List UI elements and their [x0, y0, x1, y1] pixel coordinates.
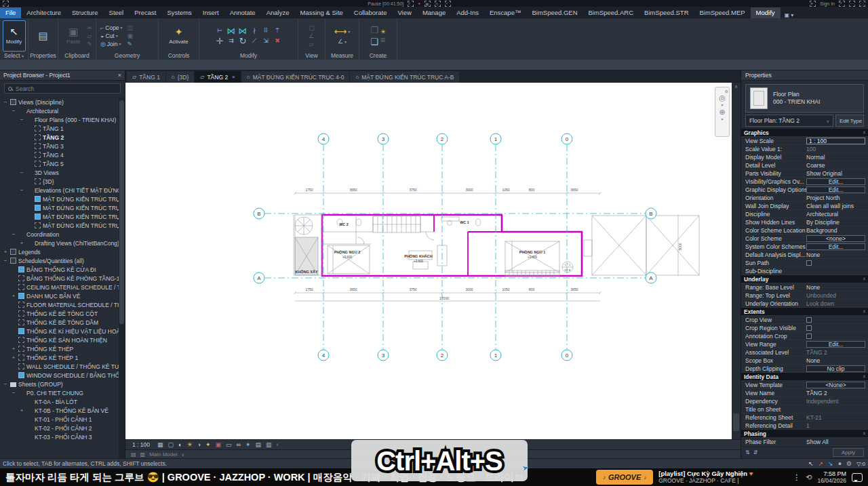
keyboard-icon[interactable]: ▤ — [131, 451, 136, 458]
maximize-icon[interactable]: ▢ — [859, 1, 865, 7]
view-tab-m-t-ng-ki-n-tr-c-tr-c-4-0[interactable]: ⌂MẶT ĐỨNG KIẾN TRÚC TRỤC 4-0 — [241, 71, 350, 83]
paste-button[interactable]: ▣ Paste — [62, 20, 85, 52]
tree-item[interactable]: −Schedules/Quantities (all) — [0, 256, 119, 265]
view-tab-t-ng-2[interactable]: ▱TẦNG 2× — [195, 71, 241, 83]
tree-expander-icon[interactable]: + — [11, 293, 16, 299]
ribbon-tab-precast[interactable]: Precast — [129, 7, 161, 18]
sign-in-link[interactable]: Sign In — [820, 1, 835, 6]
chat-icon[interactable] — [852, 473, 863, 482]
tree-item[interactable]: −P0. CHI TIET CHUNG — [0, 388, 119, 397]
browser-scrollbar[interactable] — [119, 98, 125, 458]
temporary-hide-icon[interactable]: ∞ — [237, 441, 241, 448]
search-input[interactable]: Search — [4, 83, 121, 94]
property-button[interactable]: Edit... — [806, 178, 865, 185]
panel-label[interactable]: Select — [4, 52, 20, 59]
scale-icon[interactable]: ⇲ — [263, 37, 269, 44]
move-icon[interactable]: ✛ — [216, 36, 224, 46]
close-icon[interactable]: × — [118, 72, 121, 79]
cut-to-clipboard-icon[interactable]: ✂ — [87, 24, 92, 31]
ribbon-tab-bimspeed-mep[interactable]: BimSpeed.MEP — [694, 7, 751, 18]
tree-expander-icon[interactable]: + — [11, 355, 16, 361]
property-button[interactable]: Edit... — [806, 186, 865, 193]
tree-item[interactable]: −Coordination — [0, 230, 119, 239]
property-section-graphics[interactable]: Graphics« — [741, 129, 868, 137]
collapse-icon[interactable]: « — [861, 375, 867, 378]
apply-button[interactable]: Apply — [833, 448, 864, 457]
tree-expander-icon[interactable]: − — [19, 187, 24, 193]
tree-item[interactable]: TẦNG 4 — [0, 150, 119, 159]
navigation-bar[interactable]: ⚙ ◎ ▾ ⊕ ▾ — [715, 87, 730, 137]
angle-dimension-icon[interactable]: ∠ — [338, 38, 343, 45]
ribbon-tab-add-ins[interactable]: Add-Ins — [451, 7, 484, 18]
collapse-icon[interactable]: « — [861, 277, 867, 280]
edit-type-button[interactable]: Edit Type — [835, 115, 864, 127]
tree-item[interactable]: KT-02 - PHỐI CẢNH 2 — [0, 424, 119, 432]
more-options-icon[interactable]: ⋮ — [793, 473, 800, 482]
tree-item[interactable]: KT-01 - PHỐI CẢNH 1 — [0, 415, 119, 424]
property-section-phasing[interactable]: Phasing« — [741, 430, 868, 438]
view-icon-3[interactable]: ▱ — [309, 41, 315, 47]
property-section-underlay[interactable]: Underlay« — [741, 275, 868, 283]
tree-expander-icon[interactable]: − — [3, 258, 8, 264]
history-icon[interactable]: ⟲ — [806, 473, 812, 482]
tree-item[interactable]: BẢNG THỐNG KÊ PHÒNG TẦNG-1 — [0, 274, 119, 283]
property-section-extents[interactable]: Extents« — [741, 308, 868, 316]
property-section-identity-data[interactable]: Identity Data« — [741, 373, 868, 381]
tree-item[interactable]: −Elevations (CHI TIẾT MẶT ĐỨNG) — [0, 186, 119, 195]
tree-expander-icon[interactable]: − — [11, 231, 16, 237]
element-selector-dropdown[interactable]: Floor Plan: TẦNG 2 ∨ — [745, 115, 833, 127]
crop-view-icon[interactable]: ▣ — [216, 441, 222, 448]
match-type-icon[interactable]: ✎ — [87, 41, 92, 47]
ribbon-tab-modify[interactable]: Modify — [751, 7, 781, 18]
camera-icon[interactable]: ▣ — [425, 1, 431, 7]
cut-geometry-button[interactable]: Cut — [105, 33, 114, 39]
tree-expander-icon[interactable]: − — [19, 169, 24, 176]
tree-item[interactable]: −Floor Plans (000 - TRIEN KHAI) — [0, 115, 119, 124]
tree-item[interactable]: TẦNG 3 — [0, 142, 119, 150]
create-similar-icon[interactable]: ☀ — [380, 28, 386, 35]
type-selector[interactable]: Floor Plan 000 - TRIEN KHAI — [745, 84, 864, 113]
modify-tool-button[interactable]: ↖ Modify — [3, 20, 26, 52]
tree-expander-icon[interactable]: + — [19, 407, 24, 413]
mirror-pick-icon[interactable]: ⋈ — [239, 26, 248, 36]
tree-item[interactable]: −Sheets (GROUP) — [0, 380, 119, 388]
tree-expander-icon[interactable]: + — [11, 346, 16, 352]
property-checkbox[interactable] — [806, 260, 812, 266]
pause-icon[interactable]: ‖ — [408, 1, 414, 7]
pencil-icon[interactable]: ✎ — [435, 1, 441, 7]
ribbon-tab-annotate[interactable]: Annotate — [224, 7, 261, 18]
tree-item[interactable]: KT-03 - PHỐI CẢNH 3 — [0, 432, 119, 441]
visual-style-icon[interactable]: ◐ — [178, 441, 182, 448]
tree-expander-icon[interactable]: + — [3, 249, 8, 255]
sort-descending-icon[interactable]: ⇵ — [753, 449, 758, 455]
property-input[interactable]: 1 : 100 — [806, 138, 865, 144]
temporary-view-icon[interactable]: ▥ — [266, 441, 272, 448]
array-icon[interactable]: ⠿ — [264, 27, 269, 34]
minimize-icon[interactable]: — — [849, 1, 855, 7]
tree-item[interactable]: BẢNG THỐNG KÊ CỬA ĐI — [0, 265, 119, 274]
offset-icon[interactable]: ⇉ — [229, 37, 234, 44]
collapse-icon[interactable]: ‹ — [277, 441, 279, 448]
tree-item[interactable]: {3D} — [0, 177, 119, 186]
detail-level-icon[interactable]: ▢ — [168, 441, 174, 448]
tree-item[interactable]: MẶT ĐỨNG KIẾN TRÚC TRỤC B-A — [0, 221, 119, 230]
gear-icon[interactable]: ⚙ — [725, 89, 728, 94]
media-dropdown-icon[interactable]: ▣ ▾ — [785, 12, 794, 18]
tree-item[interactable]: +Drafting Views (ChiTietBanCong) — [0, 239, 119, 247]
tree-item[interactable]: +DANH MỤC BẢN VẼ — [0, 291, 119, 300]
tree-item[interactable]: THỐNG KÊ SÀN HOÀN THIỆN — [0, 336, 119, 344]
view-tab--3d-[interactable]: ⌂{3D} — [166, 71, 194, 83]
ribbon-tab-systems[interactable]: Systems — [161, 7, 197, 18]
worksharing-icon[interactable]: ▤ — [256, 441, 262, 448]
reveal-hidden-icon[interactable]: ✶ — [245, 441, 251, 448]
sun-path-icon[interactable]: ☀ — [186, 441, 192, 448]
tree-item[interactable]: KT-0A - BÌA LÓT — [0, 397, 119, 406]
activate-controls-button[interactable]: ✦ Activate — [167, 20, 191, 52]
view-tab-t-ng-1[interactable]: ▱TẦNG 1 — [127, 71, 165, 83]
mirror-axis-icon[interactable]: ⋈ — [227, 26, 236, 36]
scale-icon[interactable]: ▦ — [157, 441, 163, 448]
measure-icon[interactable]: ⟷ — [334, 26, 347, 37]
tree-item[interactable]: WINDOW SCHEDULE / BẢNG THỐNG KÊ CỬA SỔ — [0, 371, 119, 380]
drag-cursor-icon[interactable]: ↘ — [828, 460, 833, 467]
create-parts-icon[interactable]: ❏ — [370, 37, 378, 47]
